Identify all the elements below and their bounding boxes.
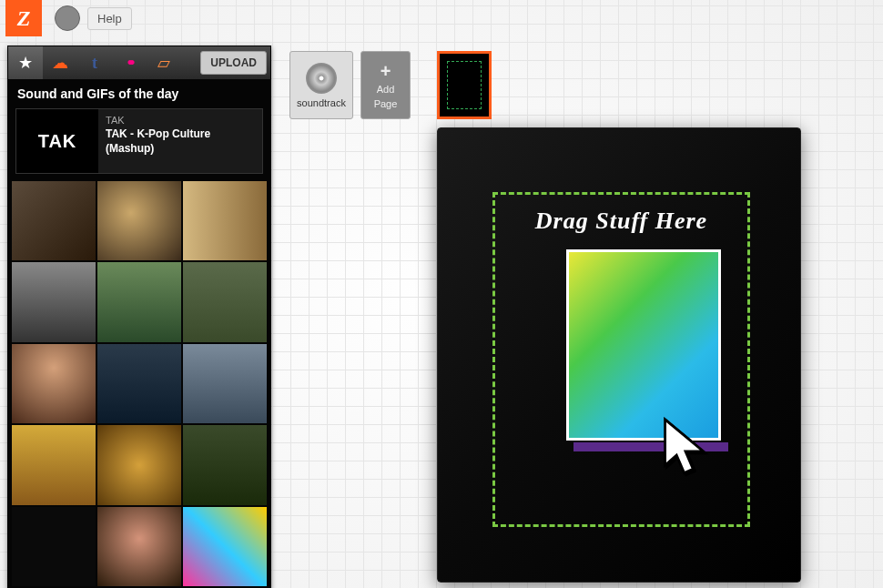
page-icon: ▱ [157, 53, 170, 73]
logo-letter: Z [17, 6, 31, 31]
gif-item[interactable] [183, 262, 267, 341]
tab-favorites[interactable]: ★ [8, 46, 43, 79]
user-avatar[interactable] [55, 5, 80, 31]
drop-zone[interactable]: Drag Stuff Here [492, 192, 750, 527]
top-bar: Z Help [0, 0, 883, 36]
sound-info: TAK TAK - K-Pop Culture (Mashup) [98, 109, 262, 173]
page-thumbnail[interactable] [437, 51, 492, 119]
plus-icon: + [381, 62, 391, 80]
gif-item[interactable] [183, 344, 267, 423]
editor-canvas[interactable]: Drag Stuff Here [437, 127, 801, 583]
gif-item[interactable] [183, 425, 267, 504]
help-button[interactable]: Help [87, 7, 132, 30]
gif-item[interactable] [97, 425, 181, 504]
cursor-icon [658, 417, 713, 481]
soundtrack-button[interactable]: soundtrack [289, 51, 353, 119]
gif-item[interactable] [97, 262, 181, 341]
gif-item[interactable] [12, 181, 96, 260]
gif-item[interactable] [97, 344, 181, 423]
gif-item[interactable] [97, 507, 181, 586]
gif-item[interactable] [183, 181, 267, 260]
tumblr-icon: t [92, 54, 97, 73]
soundcloud-icon: ☁ [52, 53, 68, 73]
section-title: Sound and GIFs of the day [8, 79, 270, 108]
disc-icon [306, 63, 337, 94]
svg-marker-0 [665, 420, 704, 473]
soundtrack-label: soundtrack [297, 97, 346, 108]
source-tabs: ★ ☁ t •• ▱ UPLOAD [8, 46, 270, 79]
page-toolbar: soundtrack + Add Page [289, 51, 411, 119]
app-logo[interactable]: Z [5, 0, 42, 36]
sound-card[interactable]: TAK TAK TAK - K-Pop Culture (Mashup) [15, 108, 263, 174]
tab-tumblr[interactable]: t [77, 46, 112, 79]
flickr-icon: •• [127, 54, 132, 73]
add-page-label: Add [377, 84, 395, 95]
tab-soundcloud[interactable]: ☁ [43, 46, 77, 79]
upload-button[interactable]: UPLOAD [200, 51, 267, 75]
gif-grid [8, 181, 270, 588]
gif-item[interactable] [12, 344, 96, 423]
gif-item[interactable] [12, 425, 96, 504]
add-page-label-2: Page [374, 98, 398, 109]
star-icon: ★ [18, 53, 33, 73]
gif-item[interactable] [97, 181, 181, 260]
gif-item[interactable] [12, 262, 96, 341]
gif-item[interactable] [12, 507, 96, 586]
drop-zone-text: Drag Stuff Here [495, 208, 747, 235]
tab-flickr[interactable]: •• [112, 46, 147, 79]
tab-page[interactable]: ▱ [147, 46, 181, 79]
sound-thumb: TAK [16, 109, 98, 173]
sound-artist: TAK [106, 115, 255, 126]
sound-title: TAK - K-Pop Culture (Mashup) [106, 127, 255, 156]
drop-rect [566, 249, 721, 441]
add-page-button[interactable]: + Add Page [360, 51, 411, 119]
asset-sidebar: ★ ☁ t •• ▱ UPLOAD Sound and GIFs of the … [7, 46, 271, 588]
gif-item[interactable] [183, 507, 267, 586]
